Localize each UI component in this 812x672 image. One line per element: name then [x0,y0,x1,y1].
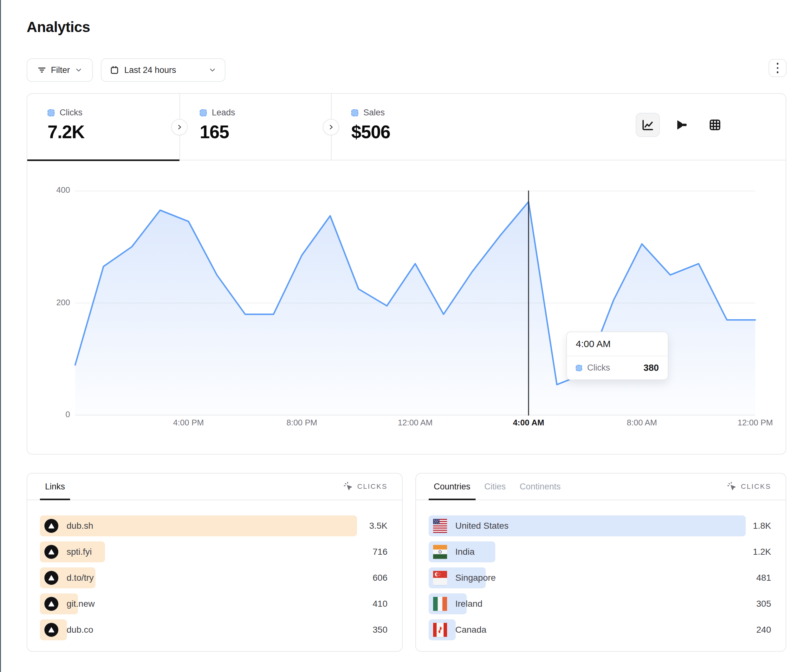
list-item[interactable]: dub.co 350 [27,619,402,640]
row-label: Canada [455,619,486,640]
row-value: 1.2K [753,541,771,562]
flag-icon-sg [433,580,447,586]
tooltip-series-label: Clicks [587,363,638,373]
chevron-right-icon [327,123,335,131]
stat-label: Sales [363,108,385,118]
clicks-legend-icon [48,109,55,116]
row-icon [44,623,58,637]
row-label: dub.sh [67,515,93,536]
row-icon [44,571,58,585]
row-label: India [455,541,475,562]
row-icon [433,571,447,585]
row-icon [44,519,58,533]
countries-list: United States 1.8K India 1.2K Singapore … [416,515,786,645]
row-value: 305 [756,594,771,614]
list-item[interactable]: spti.fyi 716 [27,541,402,562]
x-axis-tick: 12:00 PM [737,418,773,428]
date-range-button[interactable]: Last 24 hours [101,58,225,82]
links-panel: Links CLICKS dub.sh 3.5K spti.fyi 716 d.… [27,473,403,652]
table-view-button[interactable] [703,113,727,137]
list-item[interactable]: Canada 240 [416,619,786,640]
x-axis-tick: 12:00 AM [398,418,433,428]
row-value: 410 [372,594,387,614]
list-item[interactable]: United States 1.8K [416,515,786,536]
row-label: d.to/try [67,567,94,588]
more-options-button[interactable] [769,59,786,77]
chevron-down-icon [208,66,217,74]
row-value: 350 [372,619,387,640]
chevron-down-icon [75,66,83,74]
grid-table-icon [708,118,722,132]
row-label: Ireland [455,594,483,614]
clicks-area-chart[interactable] [75,191,755,416]
row-label: spti.fyi [67,541,92,562]
links-list: dub.sh 3.5K spti.fyi 716 d.to/try 606 gi… [27,515,402,645]
tab-links[interactable]: Links [45,474,65,500]
list-item[interactable]: Ireland 305 [416,594,786,614]
expand-clicks-button[interactable] [171,119,188,135]
dub-logo-icon [44,545,58,559]
kebab-menu-icon [777,63,779,73]
list-item[interactable]: India 1.2K [416,541,786,562]
filter-button[interactable]: Filter [27,58,93,82]
stat-label: Clicks [60,108,82,118]
row-label: git.new [67,594,95,614]
list-item[interactable]: Singapore 481 [416,567,786,588]
stat-value: 7.2K [48,121,179,142]
flag-icon-in [433,554,447,560]
expand-leads-button[interactable] [323,119,339,135]
row-icon [433,623,447,637]
stat-label: Leads [212,108,235,118]
stat-value: $506 [351,121,483,142]
flag-icon-ca [433,633,447,638]
row-value: 606 [372,567,387,588]
tab-sales[interactable]: Sales $506 [331,94,483,160]
funnel-view-button[interactable] [669,113,693,137]
y-axis-tick: 0 [48,409,70,420]
countries-panel-header: Countries Cities Continents CLICKS [416,474,786,500]
links-metric-toggle[interactable]: CLICKS [343,481,387,492]
row-label: United States [455,515,508,536]
dub-logo-icon [44,597,58,611]
tab-clicks[interactable]: Clicks 7.2K [27,94,179,160]
window-edge-strip [0,0,1,672]
flag-icon-ie [433,606,447,612]
list-item[interactable]: git.new 410 [27,594,402,614]
list-item[interactable]: dub.sh 3.5K [27,515,402,536]
calendar-icon [110,65,119,75]
list-item[interactable]: d.to/try 606 [27,567,402,588]
funnel-icon [674,118,688,132]
tooltip-value: 380 [644,363,659,373]
line-chart-icon [641,118,655,132]
page-title: Analytics [27,19,90,36]
dub-logo-icon [44,519,58,533]
tab-continents[interactable]: Continents [520,474,561,500]
row-value: 481 [756,567,771,588]
tab-countries[interactable]: Countries [434,474,471,500]
tooltip-time: 4:00 AM [567,332,668,356]
stat-value: 165 [200,121,332,142]
row-value: 1.8K [753,515,771,536]
tab-leads[interactable]: Leads 165 [179,94,332,160]
countries-panel: Countries Cities Continents CLICKS Unite… [415,473,786,652]
row-icon [44,545,58,559]
countries-metric-toggle[interactable]: CLICKS [727,481,771,492]
line-chart-view-button[interactable] [636,113,660,137]
links-panel-header: Links CLICKS [27,474,402,500]
analytics-page: Analytics Filter Last 24 hours C [0,0,812,672]
row-icon [44,597,58,611]
x-axis-tick: 4:00 PM [173,418,204,428]
row-icon [433,597,447,611]
area-fill [75,202,755,416]
clicks-legend-icon [576,365,582,371]
cursor-click-icon [727,481,737,492]
row-label: Singapore [455,567,496,588]
row-icon [433,545,447,559]
x-axis-tick: 4:00 AM [513,418,544,428]
chevron-right-icon [175,123,184,131]
tab-cities[interactable]: Cities [484,474,506,500]
dub-logo-icon [44,623,58,637]
chart-tooltip: 4:00 AM Clicks 380 [566,332,669,380]
metric-label: CLICKS [357,483,387,491]
y-axis-tick: 400 [48,185,70,195]
